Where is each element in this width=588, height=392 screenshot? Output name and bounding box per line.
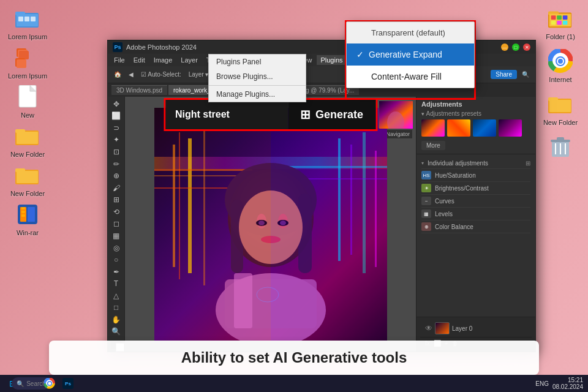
adj-color-balance[interactable]: ⊕ Color Balance [421, 221, 530, 233]
generate-ai-icon: ⊞ [300, 107, 311, 122]
taskbar-chrome[interactable] [42, 377, 58, 390]
generate-button-label: Generate [315, 108, 363, 121]
tool-history[interactable]: ⟲ [110, 207, 123, 217]
menu-plugins[interactable]: Plugins [317, 55, 346, 65]
tool-shape[interactable]: □ [110, 303, 123, 313]
svg-rect-82 [154, 108, 271, 341]
desktop-icon-new[interactable]: New [6, 85, 49, 119]
taskbar-lang: ENG [535, 380, 549, 387]
layer-name: Layer 0 [452, 325, 472, 332]
tool-clone[interactable]: ⊞ [110, 195, 123, 205]
tab-3d-windows[interactable]: 3D Windows.psd [111, 85, 167, 95]
svg-rect-17 [17, 132, 38, 144]
svg-rect-34 [557, 21, 562, 25]
menu-layer[interactable]: Layer [177, 55, 202, 65]
generative-expand-option[interactable]: ✓ Generative Expand [347, 43, 474, 66]
desktop-icon-new-folder-2[interactable]: New Folder [6, 163, 49, 197]
generate-button[interactable]: ⊞ Generate [288, 100, 375, 129]
tool-type[interactable]: T [110, 279, 123, 288]
tool-lasso[interactable]: ⊃ [110, 123, 123, 133]
tool-crop[interactable]: ⊡ [110, 147, 123, 157]
tool-gradient[interactable]: ▦ [110, 231, 123, 241]
taskbar-time: 15:21 [552, 377, 583, 383]
preset-thumb-1[interactable] [421, 119, 445, 137]
toolbar-search[interactable]: 🔍 [519, 70, 532, 79]
svg-rect-5 [31, 17, 36, 21]
tool-dodge[interactable]: ○ [110, 255, 123, 265]
browse-plugins-item[interactable]: Browse Plugins... [209, 69, 306, 84]
color-balance-icon: ⊕ [421, 222, 431, 231]
ps-canvas-area: Navigator 79,86% [125, 97, 416, 352]
more-presets-button[interactable]: More [421, 141, 445, 150]
folder-orange-icon [15, 45, 40, 70]
desktop-icon-folder-1[interactable]: Folder (1) [539, 6, 582, 40]
maximize-button[interactable]: □ [512, 43, 519, 51]
dropdown-divider [209, 85, 306, 86]
tool-eraser[interactable]: ◻ [110, 219, 123, 229]
transparent-option[interactable]: Transparent (default) [347, 22, 474, 43]
layer-visibility-icon[interactable]: 👁 [425, 324, 432, 333]
minimize-button[interactable]: — [501, 43, 508, 51]
tool-blur[interactable]: ◎ [110, 243, 123, 253]
desktop-icon-lorem-ipsum-2[interactable]: Lorem Ipsum [6, 45, 49, 80]
ps-logo-icon: Ps [113, 42, 123, 52]
toolbar-layer[interactable]: Layer ▾ [186, 70, 211, 79]
adj-brightness-contrast[interactable]: ☀ Brightness/Contrast [421, 182, 530, 195]
tool-hand[interactable]: ✋ [110, 315, 123, 325]
preset-thumb-4[interactable] [499, 119, 522, 137]
tool-select-rect[interactable]: ⬜ [110, 111, 123, 121]
tool-magic-wand[interactable]: ✦ [110, 135, 123, 145]
generative-text-input[interactable]: Night street [165, 100, 288, 129]
toolbar-share[interactable]: Share [491, 70, 517, 79]
layer-item[interactable]: 👁 Layer 0 [420, 320, 532, 337]
generative-fill-bar: Night street ⊞ Generate [164, 98, 377, 131]
menu-image[interactable]: Image [150, 55, 176, 65]
manage-plugins-item[interactable]: Manage Plugins... [209, 87, 306, 102]
desktop-icon-label: New Folder [543, 119, 578, 126]
tool-path[interactable]: △ [110, 291, 123, 301]
menu-file[interactable]: File [110, 55, 129, 65]
svg-rect-24 [21, 211, 25, 213]
tool-eyedropper[interactable]: ✏ [110, 159, 123, 169]
folder-blue-icon [15, 6, 40, 31]
folder-colored-icon [548, 6, 573, 31]
desktop-icon-label: New Folder [10, 151, 45, 158]
menu-edit[interactable]: Edit [130, 55, 149, 65]
ps-main-area: ✥ ⬜ ⊃ ✦ ⊡ ✏ ⊕ 🖌 ⊞ ⟲ ◻ ▦ ◎ ○ ✒ T △ □ ✋ 🔍 [108, 97, 535, 352]
content-aware-fill-option[interactable]: Content-Aware Fill [347, 66, 474, 88]
transparent-check-space [356, 28, 366, 37]
tool-pen[interactable]: ✒ [110, 267, 123, 277]
desktop-icon-internet[interactable]: Internet [539, 49, 582, 83]
adj-hue-saturation[interactable]: HS Hue/Saturation [421, 169, 530, 182]
preset-thumb-2[interactable] [447, 119, 470, 137]
desktop-icon-recycle[interactable] [539, 135, 582, 162]
adj-levels[interactable]: ▦ Levels [421, 208, 530, 221]
close-button[interactable]: ✕ [523, 43, 530, 51]
levels-icon: ▦ [421, 209, 431, 218]
caption-text: Ability to set AI Generative tools [181, 349, 407, 366]
ps-toolbox: ✥ ⬜ ⊃ ✦ ⊡ ✏ ⊕ 🖌 ⊞ ⟲ ◻ ▦ ◎ ○ ✒ T △ □ ✋ 🔍 [108, 97, 125, 352]
taskbar-ps[interactable]: Ps [60, 377, 76, 390]
desktop-icon-winrar[interactable]: Win-rar [6, 202, 49, 236]
svg-rect-3 [18, 17, 23, 21]
toolbar-autoselect[interactable]: ☑ Auto-Select: [138, 70, 184, 79]
svg-rect-42 [549, 100, 571, 112]
svg-rect-83 [271, 108, 387, 341]
toolbar-back[interactable]: ◀ [126, 70, 136, 79]
tool-healing[interactable]: ⊕ [110, 171, 123, 181]
plugins-dropdown-menu: Plugins Panel Browse Plugins... Manage P… [208, 54, 306, 102]
plugins-panel-item[interactable]: Plugins Panel [209, 55, 306, 69]
taskbar-left: ⊞ 🔍 Search [5, 377, 76, 390]
desktop-icon-new-folder-1[interactable]: New Folder [6, 124, 49, 158]
tool-brush[interactable]: 🖌 [110, 183, 123, 193]
desktop-icon-lorem-ipsum-1[interactable]: Lorem Ipsum [6, 6, 49, 40]
tool-zoom[interactable]: 🔍 [110, 327, 123, 337]
svg-rect-45 [557, 137, 564, 141]
preset-thumb-3[interactable] [473, 119, 496, 137]
tool-move[interactable]: ✥ [110, 99, 123, 109]
desktop-icon-new-folder-right[interactable]: New Folder [539, 92, 582, 126]
toolbar-home[interactable]: 🏠 [111, 70, 124, 79]
search-button[interactable]: 🔍 Search [23, 377, 39, 390]
adj-curves[interactable]: ~ Curves [421, 195, 530, 208]
chrome-icon [548, 49, 573, 74]
